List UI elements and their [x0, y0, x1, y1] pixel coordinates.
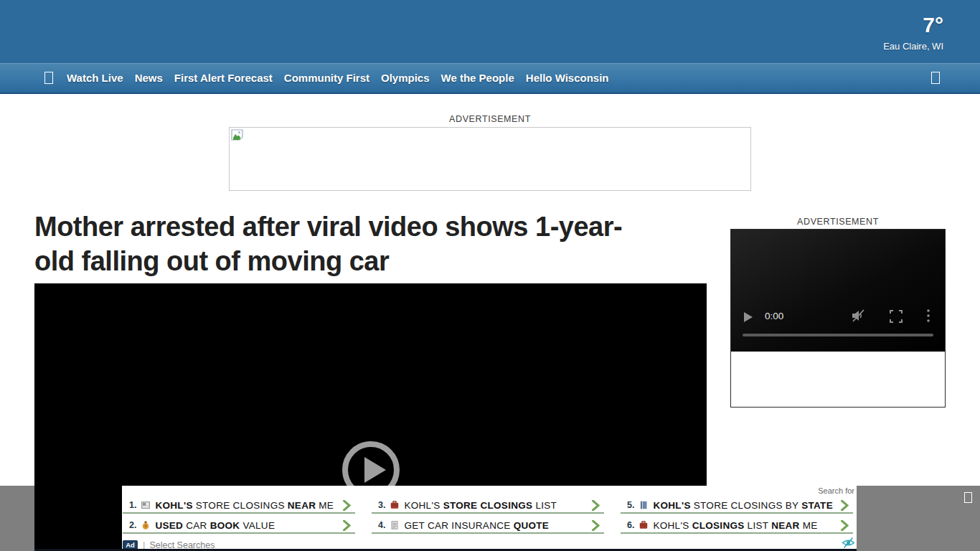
link-text: KOHL'S STORE CLOSINGS NEAR ME — [155, 500, 334, 511]
sponsored-search-link[interactable]: 6.KOHL'S CLOSINGS LIST NEAR ME — [621, 518, 853, 534]
play-triangle — [364, 457, 386, 483]
sponsored-search-link[interactable]: 1.KOHL'S STORE CLOSINGS NEAR ME — [123, 498, 355, 514]
briefcase-icon — [390, 501, 399, 509]
nav-item-community-first[interactable]: Community First — [284, 72, 369, 84]
site-header: 7° Eau Claire, WI — [0, 0, 980, 63]
chevron-right-icon — [592, 520, 600, 534]
nav-items: Watch LiveNewsFirst Alert ForecastCommun… — [67, 63, 609, 93]
nav-item-hello-wisconsin[interactable]: Hello Wisconsin — [526, 72, 609, 84]
item-number: 5. — [627, 500, 634, 510]
item-number: 3. — [378, 500, 385, 510]
ad-video-progress-bar[interactable] — [743, 334, 933, 336]
broken-image-icon — [231, 129, 243, 144]
chevron-right-icon — [841, 500, 849, 514]
sponsored-search-link[interactable]: 4.GET CAR INSURANCE QUOTE — [372, 518, 604, 534]
nav-item-first-alert-forecast[interactable]: First Alert Forecast — [174, 72, 273, 84]
side-ad-slot: 0:00 — [730, 229, 946, 408]
chevron-right-icon — [592, 500, 600, 514]
fullscreen-icon[interactable] — [890, 310, 903, 326]
nav-item-we-the-people[interactable]: We the People — [441, 72, 514, 84]
money-bag-icon — [141, 521, 150, 529]
newspaper-icon — [141, 501, 150, 509]
sponsored-search-link[interactable]: 3.KOHL'S STORE CLOSINGS LIST — [372, 498, 604, 514]
chevron-right-icon — [841, 520, 849, 534]
item-number: 6. — [627, 520, 634, 530]
link-text: KOHL'S CLOSINGS LIST NEAR ME — [653, 520, 817, 531]
main-nav: Watch LiveNewsFirst Alert ForecastCommun… — [0, 63, 980, 94]
ad-play-icon[interactable] — [743, 311, 753, 326]
item-number: 4. — [378, 520, 385, 530]
ad-video-player[interactable]: 0:00 — [731, 230, 945, 352]
page: 7° Eau Claire, WI Watch LiveNewsFirst Al… — [0, 0, 980, 551]
weather-widget[interactable]: 7° Eau Claire, WI — [883, 13, 943, 52]
menu-icon[interactable] — [44, 72, 53, 84]
anchor-ad-gutter-right — [857, 486, 980, 551]
search-for-label: Search for — [818, 486, 854, 495]
article-title: Mother arrested after viral video shows … — [34, 209, 687, 278]
more-options-icon[interactable] — [926, 309, 930, 326]
top-ad-label: ADVERTISEMENT — [0, 114, 980, 124]
side-ad-label: ADVERTISEMENT — [730, 217, 946, 227]
close-icon[interactable] — [964, 492, 972, 503]
mute-icon[interactable] — [850, 309, 866, 326]
item-number: 1. — [129, 500, 136, 510]
search-icon[interactable] — [931, 72, 940, 84]
item-number: 2. — [129, 520, 136, 530]
chevron-right-icon — [343, 500, 351, 514]
link-text: KOHL'S STORE CLOSINGS BY STATE — [653, 500, 833, 511]
top-ad-slot[interactable] — [229, 127, 751, 191]
nav-item-watch-live[interactable]: Watch Live — [67, 72, 123, 84]
clipboard-icon — [390, 521, 399, 529]
link-text: GET CAR INSURANCE QUOTE — [404, 520, 549, 531]
briefcase-icon — [639, 521, 648, 529]
sponsored-search-link[interactable]: 5.KOHL'S STORE CLOSINGS BY STATE — [621, 498, 853, 514]
anchor-ad-gutter-left — [0, 486, 34, 551]
link-text: USED CAR BOOK VALUE — [155, 520, 275, 531]
bottom-anchor-ad: Search for 1.KOHL'S STORE CLOSINGS NEAR … — [0, 486, 980, 551]
weather-location: Eau Claire, WI — [883, 41, 943, 52]
chevron-right-icon — [343, 520, 351, 534]
sponsored-search-link[interactable]: 2.USED CAR BOOK VALUE — [123, 518, 355, 534]
book-icon — [639, 501, 648, 509]
link-text: KOHL'S STORE CLOSINGS LIST — [404, 500, 557, 511]
nav-item-olympics[interactable]: Olympics — [381, 72, 430, 84]
sponsored-search-ad: Search for 1.KOHL'S STORE CLOSINGS NEAR … — [122, 486, 857, 551]
nav-item-news[interactable]: News — [135, 72, 163, 84]
temperature: 7° — [883, 13, 943, 37]
ad-video-time: 0:00 — [765, 311, 783, 321]
